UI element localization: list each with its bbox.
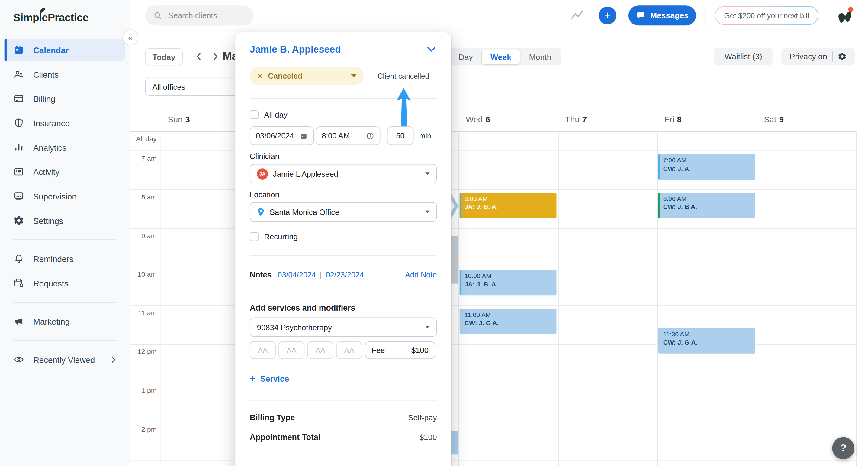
recurring-checkbox[interactable] <box>250 232 258 241</box>
calendar-plus-icon <box>13 278 25 289</box>
modifier-field[interactable]: AA <box>336 341 362 359</box>
plus-icon: + <box>604 9 610 21</box>
client-name-link[interactable]: Jamie B. Appleseed <box>250 43 341 55</box>
sidebar-item-reminders[interactable]: Reminders <box>4 247 125 269</box>
collapse-icon: « <box>128 32 132 42</box>
calendar-icon <box>300 132 308 140</box>
promo-button[interactable]: Get $200 off your next bill <box>715 6 818 25</box>
prev-week-button[interactable] <box>191 50 206 64</box>
services-heading: Add services and modifiers <box>250 304 437 313</box>
duration-field[interactable]: 50 <box>387 126 413 145</box>
analytics-icon <box>13 142 25 153</box>
gear-icon[interactable] <box>838 52 846 61</box>
next-week-button[interactable] <box>208 50 223 64</box>
sidebar-item-label: Recently Viewed <box>33 355 95 364</box>
sidebar-item-billing[interactable]: Billing <box>4 88 125 110</box>
sidebar-item-label: Analytics <box>33 143 66 152</box>
search-icon <box>153 10 163 21</box>
pipe-separator: | <box>320 270 322 279</box>
sidebar-item-label: Requests <box>33 278 68 288</box>
appointment-client: CW: J. G A. <box>663 339 751 346</box>
date-field[interactable]: 03/06/2024 <box>250 126 314 145</box>
time-field[interactable]: 8:00 AM <box>316 126 380 145</box>
divider <box>13 302 117 302</box>
appointment-block[interactable]: 8:00 AMJA: J. B. A. <box>459 193 557 218</box>
view-tab-day[interactable]: Day <box>450 49 482 64</box>
modifier-field[interactable]: AA <box>307 341 333 359</box>
avatar-logo-icon <box>834 5 855 26</box>
sidebar-item-label: Clients <box>33 69 59 79</box>
status-dropdown[interactable]: ✕ Canceled <box>250 67 364 85</box>
sidebar-item-supervision[interactable]: Supervision <box>4 185 125 207</box>
sidebar-item-insurance[interactable]: Insurance <box>4 112 125 134</box>
sidebar-item-label: Marketing <box>33 317 70 326</box>
annotation-arrow-icon <box>394 88 413 126</box>
time-label: 12 pm <box>129 348 157 356</box>
add-note-link[interactable]: Add Note <box>405 271 437 279</box>
modifier-field[interactable]: AA <box>250 341 276 359</box>
search-input[interactable] <box>167 10 247 21</box>
divider <box>250 98 437 98</box>
collapse-sidebar-button[interactable]: « <box>122 29 138 45</box>
divider <box>13 340 117 341</box>
messages-button[interactable]: Messages <box>628 5 696 25</box>
all-day-label: All day <box>264 110 287 119</box>
clinician-select[interactable]: JA Jamie L Appleseed <box>250 164 437 183</box>
appointment-client: CW: J. B A. <box>663 203 751 211</box>
appointment-time: 8:00 AM <box>663 196 751 203</box>
sidebar-item-recently-viewed[interactable]: Recently Viewed <box>4 348 125 371</box>
supervision-icon <box>13 191 25 202</box>
privacy-toggle-button[interactable]: Privacy on <box>781 48 855 65</box>
chevron-right-icon <box>211 51 220 61</box>
appointment-block[interactable]: 8:00 AMCW: J. B A. <box>658 193 755 218</box>
search-box[interactable] <box>145 5 253 25</box>
fee-field[interactable]: Fee $100 <box>365 341 435 359</box>
note-date-link[interactable]: 02/23/2024 <box>326 271 364 279</box>
appointment-total-label: Appointment Total <box>250 433 320 441</box>
date-value: 03/06/2024 <box>256 132 294 140</box>
service-name: 90834 Psychotherapy <box>257 323 332 331</box>
today-button[interactable]: Today <box>145 48 183 65</box>
add-service-link[interactable]: + Service <box>250 374 437 384</box>
partial-appointment[interactable] <box>451 236 459 284</box>
sidebar-item-settings[interactable]: Settings <box>4 209 125 232</box>
service-select[interactable]: 90834 Psychotherapy <box>250 317 437 337</box>
location-select[interactable]: Santa Monica Office <box>250 202 437 222</box>
note-date-link[interactable]: 03/04/2024 <box>278 271 316 279</box>
day-header: Wed6 <box>466 115 490 124</box>
popup-collapse-button[interactable] <box>426 45 437 54</box>
sidebar-item-analytics[interactable]: Analytics <box>4 136 125 158</box>
appointment-block[interactable]: 7:00 AMCW: J. A. <box>658 154 755 179</box>
day-name: Sat <box>764 115 776 124</box>
sidebar-item-requests[interactable]: Requests <box>4 272 125 294</box>
sidebar-item-clients[interactable]: Clients <box>4 63 125 85</box>
partial-appointment[interactable] <box>451 431 459 454</box>
view-tab-week[interactable]: Week <box>482 49 520 64</box>
appointment-client: CW: J. A. <box>663 165 751 172</box>
appointment-block[interactable]: 10:00 AMJA: J. B. A. <box>459 270 557 296</box>
appointment-block[interactable]: 11:00 AMCW: J. G A. <box>459 309 557 334</box>
waitlist-button[interactable]: Waitlist (3) <box>714 48 773 65</box>
all-day-checkbox[interactable] <box>250 110 258 119</box>
sidebar-item-label: Activity <box>33 167 60 176</box>
divider <box>832 51 833 61</box>
avatar[interactable] <box>834 5 855 26</box>
sidebar-item-activity[interactable]: Activity <box>4 161 125 183</box>
sidebar-item-calendar[interactable]: Calendar <box>4 39 125 61</box>
help-button[interactable]: ? <box>832 437 854 459</box>
time-value: 8:00 AM <box>322 132 350 140</box>
divider <box>250 465 437 465</box>
sidebar-item-label: Insurance <box>33 118 70 127</box>
view-switcher: DayWeekMonth <box>448 48 561 65</box>
messages-label: Messages <box>650 11 689 20</box>
appointment-block[interactable]: 11:30 AMCW: J. G A. <box>658 328 755 354</box>
clinician-name: Jamie L Appleseed <box>273 169 338 178</box>
duration-unit: min <box>419 132 431 140</box>
recurring-label: Recurring <box>264 232 298 241</box>
clients-icon <box>13 68 25 80</box>
sidebar-item-marketing[interactable]: Marketing <box>4 310 125 332</box>
view-tab-month[interactable]: Month <box>520 49 560 64</box>
add-button[interactable]: + <box>598 7 616 25</box>
modifier-field[interactable]: AA <box>278 341 304 359</box>
appointment-client: CW: J. G A. <box>465 319 553 327</box>
